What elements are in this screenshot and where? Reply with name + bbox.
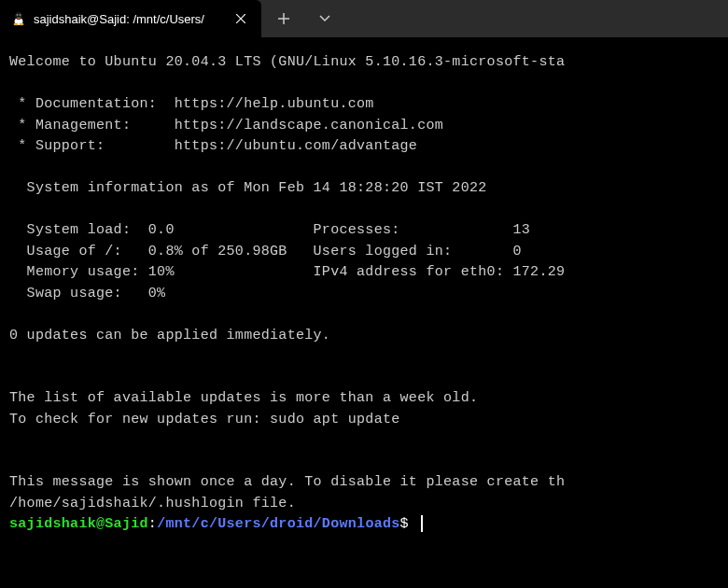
hushlogin-line-2: /home/sajidshaik/.hushlogin file. xyxy=(9,496,296,511)
new-tab-button[interactable] xyxy=(273,7,295,30)
prompt-user: sajidshaik@Sajid xyxy=(9,516,148,532)
sysinfo-swap: Swap usage: 0% xyxy=(9,286,165,301)
svg-point-8 xyxy=(20,23,24,25)
mgmt-link: * Management: https://landscape.canonica… xyxy=(9,118,443,133)
dropdown-button[interactable] xyxy=(314,7,336,30)
tux-icon xyxy=(11,11,26,26)
svg-point-7 xyxy=(14,23,19,25)
svg-point-5 xyxy=(17,15,18,16)
support-link: * Support: https://ubuntu.com/advantage xyxy=(9,138,417,154)
tab-title: sajidshaik@Sajid: /mnt/c/Users/ xyxy=(34,12,224,26)
sysinfo-header: System information as of Mon Feb 14 18:2… xyxy=(9,180,487,196)
welcome-line: Welcome to Ubuntu 20.04.3 LTS (GNU/Linux… xyxy=(9,54,565,70)
updates-line: 0 updates can be applied immediately. xyxy=(9,328,330,343)
tab-actions xyxy=(261,7,336,30)
doc-link: * Documentation: https://help.ubuntu.com xyxy=(9,96,374,112)
prompt-colon: : xyxy=(148,516,157,532)
motd-line-1: The list of available updates is more th… xyxy=(9,390,478,406)
motd-line-2: To check for new updates run: sudo apt u… xyxy=(9,412,400,427)
prompt-path: /mnt/c/Users/droid/Downloads xyxy=(157,516,399,532)
titlebar: sajidshaik@Sajid: /mnt/c/Users/ xyxy=(0,0,728,37)
prompt-dollar: $ xyxy=(400,516,409,532)
terminal-output[interactable]: Welcome to Ubuntu 20.04.3 LTS (GNU/Linux… xyxy=(0,37,728,551)
sysinfo-load: System load: 0.0 Processes: 13 xyxy=(9,222,530,238)
sysinfo-usage: Usage of /: 0.8% of 250.98GB Users logge… xyxy=(9,244,522,259)
sysinfo-memory: Memory usage: 10% IPv4 address for eth0:… xyxy=(9,264,565,280)
cursor xyxy=(421,515,423,532)
active-tab[interactable]: sajidshaik@Sajid: /mnt/c/Users/ xyxy=(0,0,261,37)
close-tab-button[interactable] xyxy=(231,9,250,28)
svg-point-6 xyxy=(20,15,21,16)
hushlogin-line-1: This message is shown once a day. To dis… xyxy=(9,474,565,490)
